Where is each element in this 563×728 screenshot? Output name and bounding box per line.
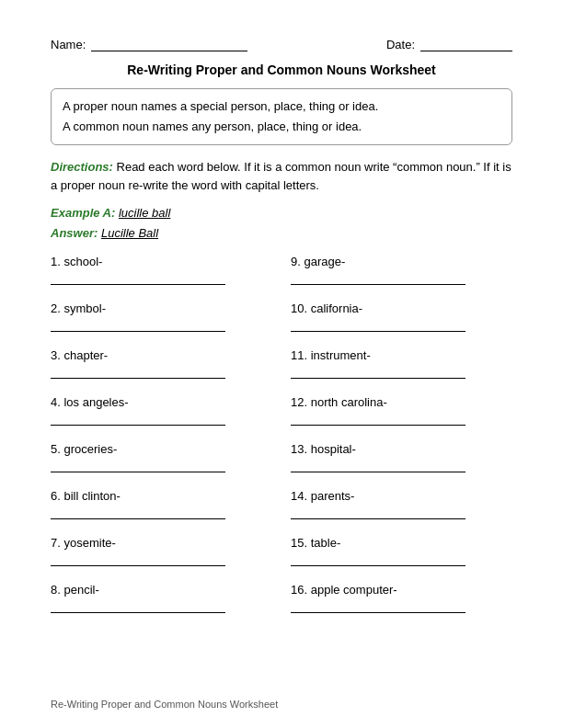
item-label: 9. garage- [291, 255, 512, 268]
list-item: 15. table- [291, 536, 512, 566]
list-item: 2. symbol- [51, 301, 272, 332]
item-label: 6. bill clinton- [51, 489, 272, 503]
example-text: lucille ball [119, 206, 170, 220]
list-item: 14. parents- [291, 489, 512, 519]
worksheet-page: Name: Date: Re-Writing Proper and Common… [0, 0, 563, 728]
directions: Directions: Read each word below. If it … [51, 158, 512, 194]
items-grid: 1. school- 2. symbol- 3. chapter- 4. los… [51, 255, 512, 630]
list-item: 4. los angeles- [51, 395, 272, 426]
item-line [291, 460, 465, 472]
item-line [291, 272, 465, 285]
right-column: 9. garage- 10. california- 11. instrumen… [291, 255, 512, 630]
item-line [51, 413, 225, 426]
item-line [51, 553, 225, 566]
item-label: 13. hospital- [291, 442, 512, 456]
item-line [51, 319, 225, 332]
definition-line2: A common noun names any person, place, t… [63, 117, 500, 137]
item-line [291, 366, 465, 379]
name-line [91, 37, 247, 51]
item-line [51, 600, 225, 613]
example-a-row: Example A: lucille ball [51, 203, 512, 223]
list-item: 10. california- [291, 301, 512, 332]
list-item: 1. school- [51, 255, 272, 285]
item-label: 12. north carolina- [291, 395, 512, 409]
answer-label: Answer: [51, 226, 98, 240]
item-line [291, 600, 465, 613]
name-field: Name: [51, 37, 247, 51]
item-label: 11. instrument- [291, 348, 512, 362]
date-label: Date: [386, 38, 415, 51]
item-label: 3. chapter- [51, 348, 272, 362]
header-row: Name: Date: [51, 37, 512, 51]
definition-line1: A proper noun names a special person, pl… [63, 97, 500, 117]
definition-box: A proper noun names a special person, pl… [51, 88, 512, 145]
list-item: 8. pencil- [51, 583, 272, 613]
item-line [291, 553, 465, 566]
left-column: 1. school- 2. symbol- 3. chapter- 4. los… [51, 255, 272, 630]
list-item: 13. hospital- [291, 442, 512, 472]
item-label: 4. los angeles- [51, 395, 272, 409]
item-line [291, 319, 465, 332]
list-item: 12. north carolina- [291, 395, 512, 426]
list-item: 3. chapter- [51, 348, 272, 379]
page-title: Re-Writing Proper and Common Nouns Works… [51, 63, 512, 77]
list-item: 6. bill clinton- [51, 489, 272, 519]
list-item: 9. garage- [291, 255, 512, 285]
item-label: 7. yosemite- [51, 536, 272, 550]
item-label: 2. symbol- [51, 301, 272, 315]
item-label: 15. table- [291, 536, 512, 550]
item-line [51, 366, 225, 379]
item-line [291, 506, 465, 519]
item-line [51, 506, 225, 519]
footer: Re-Writing Proper and Common Nouns Works… [51, 699, 278, 710]
list-item: 5. groceries- [51, 442, 272, 472]
example-label: Example A: [51, 206, 115, 220]
date-field: Date: [386, 37, 512, 51]
item-line [291, 413, 465, 426]
list-item: 11. instrument- [291, 348, 512, 379]
item-line [51, 460, 225, 472]
example-block: Example A: lucille ball Answer: Lucille … [51, 203, 512, 244]
directions-text: Read each word below. If it is a common … [51, 160, 511, 192]
list-item: 7. yosemite- [51, 536, 272, 566]
item-label: 10. california- [291, 301, 512, 315]
item-label: 14. parents- [291, 489, 512, 503]
name-label: Name: [51, 38, 86, 51]
answer-row: Answer: Lucille Ball [51, 223, 512, 244]
list-item: 16. apple computer- [291, 583, 512, 613]
item-line [51, 272, 225, 285]
item-label: 8. pencil- [51, 583, 272, 597]
item-label: 1. school- [51, 255, 272, 268]
answer-text: Lucille Ball [101, 226, 158, 240]
directions-label: Directions: [51, 160, 113, 174]
item-label: 5. groceries- [51, 442, 272, 456]
date-line [420, 37, 512, 51]
item-label: 16. apple computer- [291, 583, 512, 597]
